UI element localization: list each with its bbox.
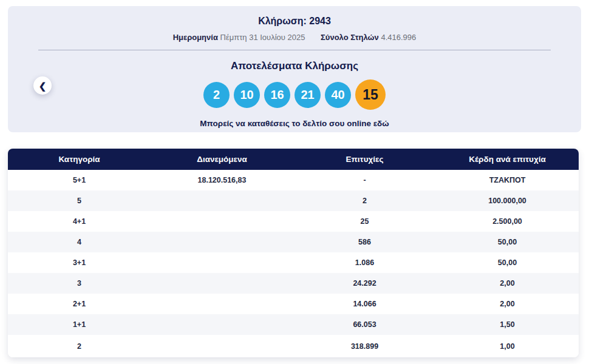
table-cell: ΤΖΑΚΠΟΤ	[436, 176, 579, 184]
total-columns-value: 4.416.996	[381, 33, 416, 42]
previous-draw-button[interactable]: ❮	[33, 76, 52, 95]
table-cell: 5+1	[8, 176, 151, 184]
table-cell: 50,00	[436, 258, 579, 267]
column-header-prize-per-winner: Κέρδη ανά επιτυχία	[436, 155, 579, 164]
table-row: 2318.8991,00	[8, 335, 579, 357]
date-label: Ημερομηνία	[173, 33, 218, 42]
table-row: 3+11.08650,00	[8, 252, 579, 273]
table-cell: 4+1	[8, 217, 151, 226]
table-row: 4+1252.500,00	[8, 211, 579, 232]
table-cell: 3+1	[8, 258, 151, 267]
winning-number-ball: 21	[294, 82, 321, 108]
winning-number-ball: 10	[234, 82, 260, 108]
table-row: 52100.000,00	[8, 190, 579, 211]
winning-number-ball: 16	[264, 82, 290, 108]
winning-number-ball: 2	[203, 82, 230, 108]
table-cell: 2,00	[436, 300, 579, 308]
table-cell: 100.000,00	[436, 197, 579, 205]
table-cell: 1,50	[436, 320, 579, 329]
table-cell: 4	[8, 238, 151, 246]
draw-title: Κλήρωση: 2943	[8, 6, 581, 27]
table-cell: 5	[8, 197, 151, 205]
table-cell: 50,00	[436, 238, 579, 246]
prize-table-body: 5+118.120.516,83-ΤΖΑΚΠΟΤ52100.000,004+12…	[8, 170, 579, 357]
table-cell: 2	[293, 197, 436, 205]
column-header-winners: Επιτυχίες	[293, 155, 436, 164]
table-cell: 586	[293, 238, 436, 246]
draw-results-panel: Κλήρωση: 2943 Ημερομηνία Πέμπτη 31 Ιουλί…	[8, 6, 581, 132]
bonus-number-ball: 15	[355, 79, 386, 110]
table-row: 324.2922,00	[8, 273, 579, 294]
table-cell: 2+1	[8, 300, 151, 308]
table-cell: 1+1	[8, 320, 151, 329]
prize-table: Κατηγορία Διανεμόμενα Επιτυχίες Κέρδη αν…	[8, 149, 579, 357]
table-cell: 2.500,00	[436, 217, 579, 226]
draw-meta: Ημερομηνία Πέμπτη 31 Ιουλίου 2025 Σύνολο…	[8, 33, 581, 42]
table-cell: 24.292	[293, 279, 436, 288]
column-header-category: Κατηγορία	[8, 155, 151, 164]
table-cell: 14.066	[293, 300, 436, 308]
column-header-distributed: Διανεμόμενα	[151, 155, 293, 164]
prize-table-header: Κατηγορία Διανεμόμενα Επιτυχίες Κέρδη αν…	[8, 149, 579, 170]
results-title: Αποτελέσματα Κλήρωσης	[8, 60, 581, 72]
table-cell: 18.120.516,83	[151, 176, 293, 184]
winning-number-ball: 40	[325, 82, 351, 108]
table-cell: 2,00	[436, 279, 579, 288]
divider	[38, 50, 551, 50]
table-cell: 1.086	[293, 258, 436, 267]
table-cell: 2	[8, 342, 151, 351]
table-cell: 25	[293, 217, 436, 226]
table-cell: 318.899	[293, 342, 436, 351]
table-cell: 66.053	[293, 320, 436, 329]
winning-numbers: 21016214015	[8, 79, 581, 110]
table-row: 458650,00	[8, 232, 579, 252]
submit-slip-online-link[interactable]: Μπορείς να καταθέσεις το δελτίο σου onli…	[8, 119, 581, 128]
chevron-left-icon: ❮	[39, 81, 47, 90]
table-cell: 1,00	[436, 342, 579, 351]
table-row: 2+114.0662,00	[8, 294, 579, 314]
table-cell: 3	[8, 279, 151, 288]
table-row: 1+166.0531,50	[8, 314, 579, 335]
table-cell: -	[293, 176, 436, 184]
date-value: Πέμπτη 31 Ιουλίου 2025	[220, 33, 305, 42]
total-columns-label: Σύνολο Στηλών	[321, 33, 379, 42]
table-row: 5+118.120.516,83-ΤΖΑΚΠΟΤ	[8, 170, 579, 190]
